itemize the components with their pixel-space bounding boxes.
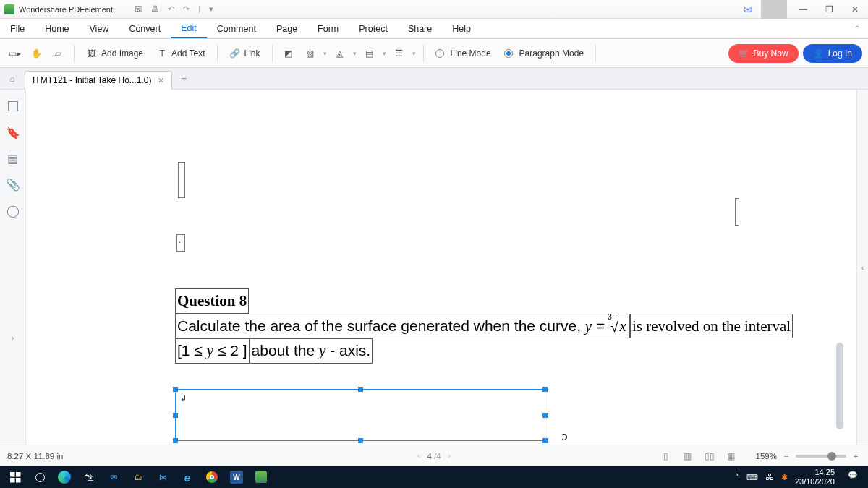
q-line2-seg2[interactable]: about the y - axis. [250,338,373,364]
minimize-button[interactable]: — [790,0,816,19]
menu-home[interactable]: Home [35,19,79,38]
document-canvas[interactable]: Question 8 Calculate the area of the sur… [26,90,856,445]
comments-icon[interactable]: ◯ [7,204,20,217]
link-button[interactable]: 🔗 Link [225,43,265,64]
document-tab[interactable]: ITMT121 - Initial Take Ho...1.0) ✕ [25,71,172,90]
zoom-slider[interactable] [796,455,846,458]
task-chrome-icon[interactable] [200,466,224,488]
qat-save-icon[interactable]: 🖫 [135,4,142,14]
task-store-icon[interactable]: 🛍 [77,466,101,488]
close-button[interactable]: ✕ [842,0,868,19]
thumbnails-icon[interactable] [7,100,20,113]
question-title[interactable]: Question 8 [175,288,249,314]
tray-clock[interactable]: 14:25 23/10/2020 [795,468,835,486]
line-mode-label: Line Mode [451,48,491,59]
add-image-label: Add Image [101,48,143,59]
view-two-continuous-icon[interactable]: ▦ [724,450,739,463]
log-in-label: Log In [828,48,852,59]
attachments-icon[interactable]: 📎 [7,178,20,191]
zoom-in-icon[interactable]: + [851,452,861,461]
text-cursor-box-3 [176,234,185,252]
edit-ribbon: ▭▸ ✋ ▱ 🖼 Add Image T Add Text 🔗 Link ◩ ▨… [0,39,868,68]
new-tab-button[interactable]: + [175,69,194,88]
task-ie-icon[interactable]: e [175,466,200,488]
link-icon: 🔗 [229,48,241,59]
selected-text-frame[interactable]: ↲ [175,389,545,441]
task-edge-icon[interactable] [52,466,77,488]
radio-unchecked-icon [435,49,444,58]
menu-edit[interactable]: Edit [171,19,207,38]
menu-page[interactable]: Page [266,19,307,38]
next-page-icon[interactable]: › [448,452,451,460]
background-icon[interactable]: ▤ [361,45,378,62]
menu-help[interactable]: Help [442,19,481,38]
task-word-icon[interactable]: W [224,466,249,488]
app-name: Wondershare PDFelement [19,5,113,14]
right-sidebar: ‹ [856,90,868,445]
annotations-icon[interactable]: ▤ [7,152,20,165]
svg-rect-0 [10,472,15,477]
tray-chevron-up-icon[interactable]: ˄ [735,473,739,482]
menu-file[interactable]: File [0,19,35,38]
question-block: Question 8 Calculate the area of the sur… [175,288,793,364]
bookmarks-icon[interactable]: 🔖 [7,126,20,139]
maximize-button[interactable]: ❐ [816,0,842,19]
task-cortana-icon[interactable] [27,466,52,488]
tray-network-icon[interactable]: 🖧 [765,472,774,482]
vertical-scrollbar[interactable] [836,343,843,429]
menu-comment[interactable]: Comment [207,19,266,38]
menu-view[interactable]: View [80,19,119,38]
qat-more-icon[interactable]: ▾ [209,4,213,14]
qat-print-icon[interactable]: 🖶 [151,4,159,14]
qat-redo-icon[interactable]: ↷ [183,4,190,14]
feedback-icon[interactable]: ✉ [738,0,758,19]
document-tabstrip: ⌂ ITMT121 - Initial Take Ho...1.0) ✕ + [0,68,868,90]
cart-icon: 🛒 [739,48,749,59]
svg-rect-2 [10,478,15,483]
hand-tool-icon[interactable]: ✋ [27,45,45,62]
document-tab-title: ITMT121 - Initial Take Ho...1.0) [33,75,152,85]
add-image-button[interactable]: 🖼 Add Image [82,43,148,64]
menu-protect[interactable]: Protect [349,19,398,38]
qat-undo-icon[interactable]: ↶ [168,4,174,14]
tray-avast-icon[interactable]: ✱ [781,473,788,482]
view-two-page-icon[interactable]: ▯▯ [702,450,717,463]
task-vscode-icon[interactable]: ⋈ [150,466,175,488]
menu-form[interactable]: Form [307,19,349,38]
prev-page-icon[interactable]: ‹ [417,452,420,460]
q-line1-seg2[interactable]: is revolved on the interval [630,314,793,339]
watermark-icon[interactable]: ◬ [331,45,349,62]
window-controls: ✉ — ❐ ✕ [738,0,868,19]
task-pdfelement-icon[interactable] [249,466,273,488]
menu-share[interactable]: Share [398,19,442,38]
crop-icon[interactable]: ◩ [280,45,297,62]
edit-all-icon[interactable]: ▨ [302,45,319,62]
menu-convert[interactable]: Convert [119,19,171,38]
zoom-out-icon[interactable]: − [781,452,791,461]
task-mail-icon[interactable]: ✉ [101,466,126,488]
paragraph-mode-label: Paragraph Mode [519,48,584,59]
header-footer-icon[interactable]: ☰ [391,45,408,62]
tabs-home-icon[interactable]: ⌂ [0,74,25,84]
q-line1-seg1[interactable]: Calculate the area of the surface genera… [175,314,630,339]
expand-sidebar-icon[interactable]: › [12,319,14,356]
add-text-button[interactable]: T Add Text [152,43,209,64]
tray-input-icon[interactable]: ⌨ [746,473,758,482]
log-in-button[interactable]: 👤 Log In [803,44,862,63]
collapse-ribbon-icon[interactable]: ⌃ [846,19,868,38]
select-tool-icon[interactable]: ▭▸ [6,45,23,62]
expand-right-panel-icon[interactable]: ‹ [861,263,864,272]
start-button[interactable] [3,466,27,488]
system-tray: ˄ ⌨ 🖧 ✱ 14:25 23/10/2020 💬 [735,468,865,486]
buy-now-button[interactable]: 🛒 Buy Now [728,44,799,63]
edit-tool-icon[interactable]: ▱ [49,45,67,62]
paragraph-mode-radio[interactable]: Paragraph Mode [500,43,588,64]
close-tab-icon[interactable]: ✕ [158,76,164,85]
view-single-icon[interactable]: ▯ [659,450,673,463]
task-explorer-icon[interactable]: 🗂 [126,466,150,488]
titlebar: Wondershare PDFelement 🖫 🖶 ↶ ↷ | ▾ ✉ — ❐… [0,0,868,19]
tray-notifications-icon[interactable]: 💬 [848,471,861,484]
q-line2-seg1[interactable]: [1 ≤ y ≤ 2 ] [175,338,250,364]
line-mode-radio[interactable]: Line Mode [431,43,495,64]
view-continuous-icon[interactable]: ▥ [681,450,695,463]
